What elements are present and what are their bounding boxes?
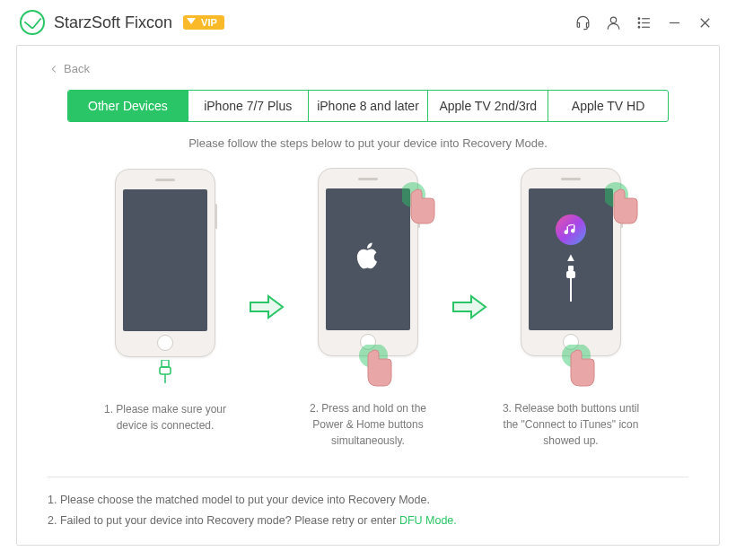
phone-illustration-2 — [314, 168, 422, 370]
hand-home-icon — [357, 345, 395, 389]
step-2-caption: 2. Press and hold on the Power & Home bu… — [292, 400, 444, 449]
up-arrow-icon: ▲ — [565, 250, 577, 264]
step-1: 1. Please make sure your device is conne… — [89, 169, 241, 448]
cable-icon — [157, 360, 173, 387]
svg-rect-16 — [566, 271, 575, 278]
account-icon[interactable] — [600, 10, 626, 35]
svg-point-0 — [610, 17, 616, 22]
tab-other-devices[interactable]: Other Devices — [68, 91, 188, 121]
svg-point-3 — [638, 22, 640, 23]
tab-iphone7[interactable]: iPhone 7/7 Plus — [188, 91, 309, 121]
svg-point-5 — [638, 26, 640, 28]
dfu-mode-link[interactable]: DFU Mode. — [399, 514, 457, 527]
hand-power-icon — [605, 182, 643, 227]
footer-line-1: 1. Please choose the matched model to pu… — [48, 490, 688, 511]
hand-power-icon — [402, 182, 440, 227]
arrow-icon — [451, 293, 487, 324]
close-icon[interactable] — [692, 10, 717, 35]
apple-logo-icon — [355, 241, 381, 277]
phone-illustration-3: ▲ — [517, 168, 625, 370]
support-icon[interactable] — [570, 10, 595, 35]
svg-rect-15 — [568, 266, 574, 271]
cable-white-icon — [565, 266, 576, 305]
content-frame: Back Other Devices iPhone 7/7 Plus iPhon… — [16, 45, 720, 546]
svg-rect-11 — [160, 367, 171, 374]
app-logo-icon — [20, 10, 45, 35]
itunes-icon — [556, 214, 586, 245]
arrow-icon — [249, 293, 285, 324]
instruction-text: Please follow the steps below to put you… — [48, 136, 688, 150]
steps-row: 1. Please make sure your device is conne… — [48, 168, 688, 449]
vip-badge: VIP — [183, 15, 224, 30]
back-label: Back — [64, 62, 90, 75]
title-bar: StarzSoft Fixcon VIP — [0, 0, 736, 45]
svg-rect-10 — [162, 360, 169, 367]
hand-home-icon — [560, 345, 598, 389]
svg-point-1 — [638, 17, 640, 19]
tab-appletv-hd[interactable]: Apple TV HD — [548, 91, 668, 121]
device-tabs: Other Devices iPhone 7/7 Plus iPhone 8 a… — [67, 90, 669, 122]
menu-icon[interactable] — [631, 10, 656, 35]
tab-iphone8[interactable]: iPhone 8 and later — [309, 91, 429, 121]
step-2: 2. Press and hold on the Power & Home bu… — [292, 168, 444, 449]
app-name: StarzSoft Fixcon — [54, 13, 172, 32]
step-3-caption: 3. Release both buttons until the "Conne… — [495, 400, 647, 449]
step-1-caption: 1. Please make sure your device is conne… — [89, 401, 241, 448]
step-3: ▲ 3. Release both buttons until the "Con… — [495, 168, 647, 449]
tab-appletv-2-3[interactable]: Apple TV 2nd/3rd — [428, 91, 548, 121]
footer-notes: 1. Please choose the matched model to pu… — [48, 477, 688, 530]
phone-illustration-1 — [111, 169, 219, 371]
back-button[interactable]: Back — [48, 62, 688, 75]
footer-line-2: 2. Failed to put your device into Recove… — [48, 511, 688, 531]
minimize-icon[interactable] — [662, 10, 687, 35]
